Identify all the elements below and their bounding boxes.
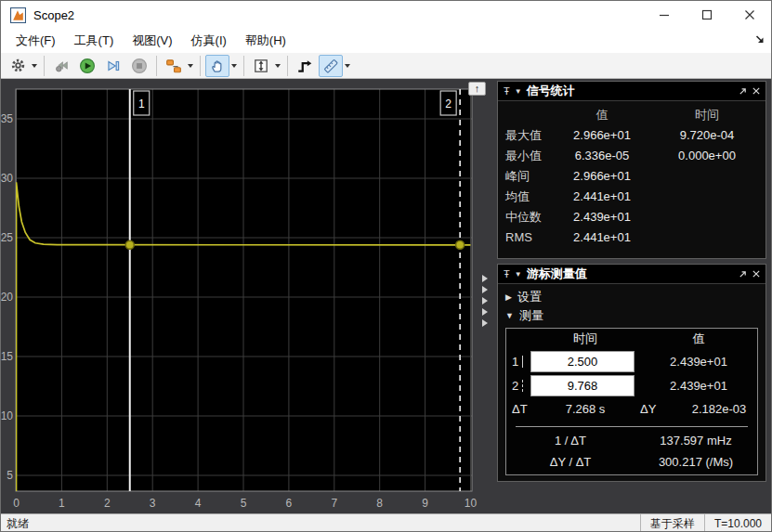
- settings-dropdown[interactable]: [32, 64, 37, 68]
- status-bar: 就绪 基于采样 T=10.000: [1, 513, 771, 532]
- dock-arrow-icon[interactable]: [754, 33, 765, 45]
- step-forward-button[interactable]: [101, 55, 125, 77]
- cursor2-time-input[interactable]: [530, 375, 635, 396]
- cursor1-line-style-icon: [522, 356, 523, 368]
- menu-file[interactable]: 文件(F): [7, 30, 65, 52]
- x-tick-label: 8: [376, 497, 383, 510]
- y-tick-label: 25: [1, 231, 13, 244]
- step-back-icon: [54, 58, 70, 73]
- cursor-1-marker[interactable]: [125, 240, 134, 249]
- fit-to-view-icon: [253, 58, 269, 74]
- stat-value: 2.441e+01: [556, 187, 648, 207]
- cursor-measurements-panel: Ŧ ▼ 游标测量值 ▶ 设置 ▼ 测量: [497, 264, 766, 482]
- col-header-value: 值: [640, 329, 757, 349]
- cursor-measurements-title: 游标测量值: [527, 266, 733, 282]
- panel-close-button[interactable]: [752, 87, 760, 95]
- simulink-highlight-button[interactable]: [162, 55, 186, 77]
- splitter-arrow-icon: [482, 319, 488, 327]
- col-header-time: 时间: [648, 105, 765, 125]
- x-tick-label: 10: [465, 497, 478, 510]
- expand-axes-button[interactable]: ↑: [468, 82, 486, 96]
- cursor2-row-label: 2: [506, 373, 530, 397]
- scope-main-area: 012345678910510152025303512 ↑ Ŧ ▼ 信号统计: [1, 79, 771, 513]
- cursor-measurements-header: Ŧ ▼ 游标测量值: [498, 265, 765, 284]
- splitter-arrow-icon: [482, 308, 488, 316]
- cursor-measurements-dropdown[interactable]: [345, 64, 350, 68]
- stat-time: [648, 227, 765, 248]
- app-icon: [10, 7, 26, 23]
- close-icon: [752, 270, 760, 278]
- pan-hand-icon: [209, 58, 226, 74]
- close-button[interactable]: [728, 1, 771, 29]
- settings-expander[interactable]: ▶ 设置: [498, 288, 765, 306]
- simulink-dropdown[interactable]: [188, 64, 193, 68]
- separator: [200, 56, 201, 76]
- menu-tools[interactable]: 工具(T): [65, 30, 124, 52]
- x-tick-label: 1: [59, 497, 65, 510]
- run-button[interactable]: [75, 55, 99, 77]
- stop-icon: [131, 58, 148, 74]
- inv-dt-label: 1 / ΔT: [506, 434, 635, 448]
- menu-bar: 文件(F) 工具(T) 视图(V) 仿真(I) 帮助(H): [1, 29, 771, 53]
- cursor-measurements-table: 时间 值 1 2.439e+01 2: [505, 328, 758, 475]
- scope-plot[interactable]: 012345678910510152025303512: [1, 79, 493, 513]
- window-title: Scope2: [33, 8, 74, 22]
- cursor2-value: 2.439e+01: [640, 379, 757, 393]
- stat-time: 9.720e-04: [648, 125, 765, 146]
- settings-label: 设置: [517, 289, 542, 305]
- maximize-icon: [701, 9, 713, 20]
- undock-button[interactable]: [739, 87, 747, 96]
- maximize-button[interactable]: [686, 1, 728, 29]
- stat-label: 峰间: [498, 166, 556, 187]
- stat-label: RMS: [498, 227, 556, 248]
- ruler-icon: [322, 58, 339, 74]
- measurements-expander[interactable]: ▼ 测量: [498, 306, 765, 325]
- fit-dropdown[interactable]: [275, 64, 281, 68]
- close-icon: [752, 87, 760, 95]
- menu-simulation[interactable]: 仿真(I): [182, 30, 236, 52]
- pin-icon[interactable]: Ŧ: [504, 269, 510, 279]
- y-tick-label: 20: [1, 291, 13, 304]
- stat-time: [648, 166, 765, 187]
- x-tick-label: 3: [150, 497, 156, 510]
- panel-splitter[interactable]: [482, 275, 488, 331]
- dydt-label: ΔY / ΔT: [506, 455, 635, 469]
- trigger-button[interactable]: [293, 55, 317, 77]
- pan-button[interactable]: [205, 55, 229, 77]
- signal-statistics-title: 信号统计: [527, 83, 733, 99]
- undock-button[interactable]: [739, 270, 747, 279]
- menu-help[interactable]: 帮助(H): [236, 30, 295, 52]
- y-tick-label: 5: [7, 469, 13, 482]
- expander-right-icon: ▶: [505, 292, 512, 302]
- undock-icon: [739, 270, 747, 279]
- stop-button[interactable]: [127, 55, 151, 77]
- title-bar: Scope2: [1, 1, 771, 29]
- pan-dropdown[interactable]: [231, 64, 237, 68]
- collapse-icon[interactable]: ▼: [515, 270, 522, 279]
- delta-t-label: ΔT: [506, 397, 530, 422]
- status-ready: 就绪: [1, 516, 640, 532]
- signal-statistics-header: Ŧ ▼ 信号统计: [498, 82, 765, 101]
- panel-close-button[interactable]: [752, 270, 760, 278]
- step-back-button[interactable]: [49, 55, 73, 77]
- minimize-button[interactable]: [643, 1, 686, 29]
- delta-t-value: 7.268 s: [530, 397, 640, 422]
- splitter-arrow-icon: [482, 297, 488, 305]
- stat-label: 均值: [498, 187, 556, 207]
- splitter-arrow-icon: [482, 275, 488, 282]
- cursor-measurements-button[interactable]: [319, 55, 343, 77]
- settings-gear-button[interactable]: [6, 55, 30, 77]
- stat-time: [648, 187, 765, 207]
- pin-icon[interactable]: Ŧ: [504, 86, 510, 97]
- y-tick-label: 30: [1, 172, 13, 185]
- collapse-icon[interactable]: ▼: [515, 87, 522, 96]
- stat-value: 2.439e+01: [556, 207, 648, 227]
- cursor-2-marker[interactable]: [456, 240, 465, 249]
- fit-to-view-button[interactable]: [249, 55, 273, 77]
- separator: [156, 56, 157, 76]
- menu-view[interactable]: 视图(V): [123, 30, 181, 52]
- x-tick-label: 7: [331, 497, 337, 510]
- status-mode: 基于采样: [640, 514, 704, 532]
- cursor1-time-input[interactable]: [530, 351, 635, 372]
- undock-icon: [739, 87, 747, 96]
